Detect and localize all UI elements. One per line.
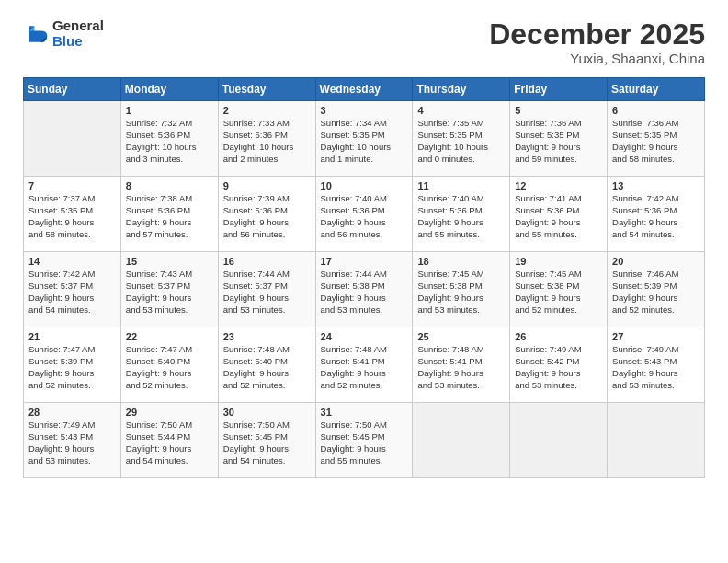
cell-content: Sunrise: 7:35 AM Sunset: 5:35 PM Dayligh… bbox=[417, 118, 505, 165]
calendar-week-4: 21Sunrise: 7:47 AM Sunset: 5:39 PM Dayli… bbox=[24, 327, 705, 403]
cell-content: Sunrise: 7:41 AM Sunset: 5:36 PM Dayligh… bbox=[515, 193, 602, 240]
table-row: 20Sunrise: 7:46 AM Sunset: 5:39 PM Dayli… bbox=[608, 252, 705, 327]
day-number: 24 bbox=[321, 331, 408, 342]
day-number: 13 bbox=[612, 180, 700, 191]
table-row: 22Sunrise: 7:47 AM Sunset: 5:40 PM Dayli… bbox=[120, 327, 218, 403]
cell-content: Sunrise: 7:33 AM Sunset: 5:36 PM Dayligh… bbox=[223, 118, 311, 165]
calendar-week-1: 1Sunrise: 7:32 AM Sunset: 5:36 PM Daylig… bbox=[24, 101, 705, 177]
col-sunday: Sunday bbox=[24, 78, 121, 101]
logo-blue: Blue bbox=[52, 34, 104, 50]
header-row: Sunday Monday Tuesday Wednesday Thursday… bbox=[24, 78, 705, 101]
cell-content: Sunrise: 7:45 AM Sunset: 5:38 PM Dayligh… bbox=[417, 269, 505, 316]
day-number: 20 bbox=[612, 256, 700, 267]
calendar-week-3: 14Sunrise: 7:42 AM Sunset: 5:37 PM Dayli… bbox=[24, 252, 705, 327]
cell-content: Sunrise: 7:44 AM Sunset: 5:38 PM Dayligh… bbox=[321, 269, 408, 316]
title-block: December 2025 Yuxia, Shaanxi, China bbox=[489, 18, 705, 66]
table-row: 5Sunrise: 7:36 AM Sunset: 5:35 PM Daylig… bbox=[510, 101, 608, 177]
cell-content: Sunrise: 7:50 AM Sunset: 5:45 PM Dayligh… bbox=[321, 419, 408, 466]
logo-icon bbox=[23, 21, 49, 47]
col-monday: Monday bbox=[120, 78, 218, 101]
cell-content: Sunrise: 7:40 AM Sunset: 5:36 PM Dayligh… bbox=[321, 193, 408, 240]
col-wednesday: Wednesday bbox=[315, 78, 413, 101]
day-number: 15 bbox=[126, 256, 213, 267]
table-row: 1Sunrise: 7:32 AM Sunset: 5:36 PM Daylig… bbox=[120, 101, 218, 177]
cell-content: Sunrise: 7:47 AM Sunset: 5:40 PM Dayligh… bbox=[126, 344, 213, 391]
table-row: 31Sunrise: 7:50 AM Sunset: 5:45 PM Dayli… bbox=[315, 403, 413, 478]
table-row: 19Sunrise: 7:45 AM Sunset: 5:38 PM Dayli… bbox=[510, 252, 608, 327]
table-row: 25Sunrise: 7:48 AM Sunset: 5:41 PM Dayli… bbox=[413, 327, 510, 403]
day-number: 4 bbox=[417, 105, 505, 116]
cell-content: Sunrise: 7:46 AM Sunset: 5:39 PM Dayligh… bbox=[612, 269, 700, 316]
day-number: 11 bbox=[417, 180, 505, 191]
cell-content: Sunrise: 7:50 AM Sunset: 5:45 PM Dayligh… bbox=[223, 419, 311, 466]
calendar-week-5: 28Sunrise: 7:49 AM Sunset: 5:43 PM Dayli… bbox=[24, 403, 705, 478]
cell-content: Sunrise: 7:48 AM Sunset: 5:40 PM Dayligh… bbox=[223, 344, 311, 391]
table-row: 14Sunrise: 7:42 AM Sunset: 5:37 PM Dayli… bbox=[24, 252, 121, 327]
table-row bbox=[608, 403, 705, 478]
day-number: 22 bbox=[126, 331, 213, 342]
cell-content: Sunrise: 7:49 AM Sunset: 5:42 PM Dayligh… bbox=[515, 344, 602, 391]
table-row: 24Sunrise: 7:48 AM Sunset: 5:41 PM Dayli… bbox=[315, 327, 413, 403]
day-number: 12 bbox=[515, 180, 602, 191]
day-number: 23 bbox=[223, 331, 311, 342]
col-friday: Friday bbox=[510, 78, 608, 101]
day-number: 7 bbox=[28, 180, 116, 191]
header: General Blue December 2025 Yuxia, Shaanx… bbox=[23, 18, 705, 66]
cell-content: Sunrise: 7:48 AM Sunset: 5:41 PM Dayligh… bbox=[417, 344, 505, 391]
day-number: 1 bbox=[126, 105, 213, 116]
table-row: 26Sunrise: 7:49 AM Sunset: 5:42 PM Dayli… bbox=[510, 327, 608, 403]
col-saturday: Saturday bbox=[608, 78, 705, 101]
logo: General Blue bbox=[23, 18, 104, 49]
table-row: 21Sunrise: 7:47 AM Sunset: 5:39 PM Dayli… bbox=[24, 327, 121, 403]
day-number: 19 bbox=[515, 256, 602, 267]
cell-content: Sunrise: 7:50 AM Sunset: 5:44 PM Dayligh… bbox=[126, 419, 213, 466]
day-number: 8 bbox=[126, 180, 213, 191]
table-row: 27Sunrise: 7:49 AM Sunset: 5:43 PM Dayli… bbox=[608, 327, 705, 403]
cell-content: Sunrise: 7:40 AM Sunset: 5:36 PM Dayligh… bbox=[417, 193, 505, 240]
cell-content: Sunrise: 7:42 AM Sunset: 5:36 PM Dayligh… bbox=[612, 193, 700, 240]
cell-content: Sunrise: 7:45 AM Sunset: 5:38 PM Dayligh… bbox=[515, 269, 602, 316]
table-row: 16Sunrise: 7:44 AM Sunset: 5:37 PM Dayli… bbox=[218, 252, 315, 327]
col-thursday: Thursday bbox=[413, 78, 510, 101]
table-row: 8Sunrise: 7:38 AM Sunset: 5:36 PM Daylig… bbox=[120, 177, 218, 252]
day-number: 29 bbox=[126, 407, 213, 418]
day-number: 16 bbox=[223, 256, 311, 267]
day-number: 27 bbox=[612, 331, 700, 342]
day-number: 6 bbox=[612, 105, 700, 116]
table-row: 30Sunrise: 7:50 AM Sunset: 5:45 PM Dayli… bbox=[218, 403, 315, 478]
cell-content: Sunrise: 7:34 AM Sunset: 5:35 PM Dayligh… bbox=[321, 118, 408, 165]
day-number: 14 bbox=[28, 256, 116, 267]
table-row: 17Sunrise: 7:44 AM Sunset: 5:38 PM Dayli… bbox=[315, 252, 413, 327]
table-row: 12Sunrise: 7:41 AM Sunset: 5:36 PM Dayli… bbox=[510, 177, 608, 252]
logo-text: General Blue bbox=[52, 18, 104, 49]
table-row bbox=[24, 101, 121, 177]
table-row: 15Sunrise: 7:43 AM Sunset: 5:37 PM Dayli… bbox=[120, 252, 218, 327]
table-row: 13Sunrise: 7:42 AM Sunset: 5:36 PM Dayli… bbox=[608, 177, 705, 252]
day-number: 17 bbox=[321, 256, 408, 267]
table-row: 3Sunrise: 7:34 AM Sunset: 5:35 PM Daylig… bbox=[315, 101, 413, 177]
calendar-page: General Blue December 2025 Yuxia, Shaanx… bbox=[0, 0, 728, 563]
logo-general: General bbox=[52, 18, 104, 34]
day-number: 3 bbox=[321, 105, 408, 116]
cell-content: Sunrise: 7:42 AM Sunset: 5:37 PM Dayligh… bbox=[28, 269, 116, 316]
table-row: 7Sunrise: 7:37 AM Sunset: 5:35 PM Daylig… bbox=[24, 177, 121, 252]
location: Yuxia, Shaanxi, China bbox=[489, 51, 705, 66]
calendar-table: Sunday Monday Tuesday Wednesday Thursday… bbox=[23, 77, 705, 478]
calendar-week-2: 7Sunrise: 7:37 AM Sunset: 5:35 PM Daylig… bbox=[24, 177, 705, 252]
cell-content: Sunrise: 7:39 AM Sunset: 5:36 PM Dayligh… bbox=[223, 193, 311, 240]
cell-content: Sunrise: 7:36 AM Sunset: 5:35 PM Dayligh… bbox=[612, 118, 700, 165]
table-row: 10Sunrise: 7:40 AM Sunset: 5:36 PM Dayli… bbox=[315, 177, 413, 252]
day-number: 2 bbox=[223, 105, 311, 116]
cell-content: Sunrise: 7:48 AM Sunset: 5:41 PM Dayligh… bbox=[321, 344, 408, 391]
day-number: 5 bbox=[515, 105, 602, 116]
cell-content: Sunrise: 7:49 AM Sunset: 5:43 PM Dayligh… bbox=[28, 419, 116, 466]
month-title: December 2025 bbox=[489, 18, 705, 51]
day-number: 18 bbox=[417, 256, 505, 267]
col-tuesday: Tuesday bbox=[218, 78, 315, 101]
table-row: 18Sunrise: 7:45 AM Sunset: 5:38 PM Dayli… bbox=[413, 252, 510, 327]
table-row: 28Sunrise: 7:49 AM Sunset: 5:43 PM Dayli… bbox=[24, 403, 121, 478]
table-row bbox=[510, 403, 608, 478]
table-row: 6Sunrise: 7:36 AM Sunset: 5:35 PM Daylig… bbox=[608, 101, 705, 177]
table-row: 2Sunrise: 7:33 AM Sunset: 5:36 PM Daylig… bbox=[218, 101, 315, 177]
table-row: 4Sunrise: 7:35 AM Sunset: 5:35 PM Daylig… bbox=[413, 101, 510, 177]
